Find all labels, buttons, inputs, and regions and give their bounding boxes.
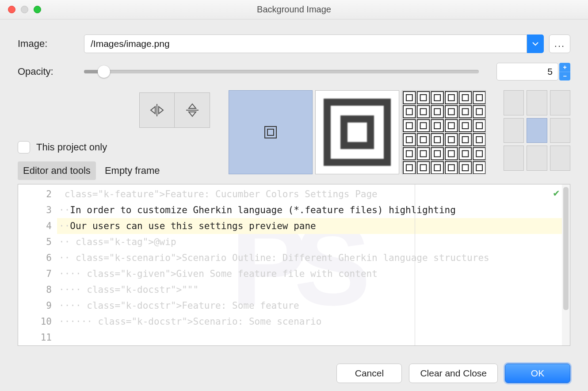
svg-rect-5 xyxy=(344,119,370,146)
window-title: Background Image xyxy=(0,4,588,15)
cancel-button[interactable]: Cancel xyxy=(336,364,402,383)
svg-rect-1 xyxy=(186,110,199,111)
flip-horizontal-button[interactable] xyxy=(139,92,175,128)
project-only-checkbox[interactable] xyxy=(18,141,30,153)
svg-rect-0 xyxy=(157,104,157,116)
browse-button[interactable]: ... xyxy=(549,34,570,53)
anchor-center[interactable] xyxy=(527,118,547,143)
mirror-buttons xyxy=(139,92,210,128)
anchor-grid xyxy=(504,90,570,171)
anchor-top[interactable] xyxy=(527,90,547,115)
ellipsis-icon: ... xyxy=(554,38,565,50)
flip-horizontal-icon xyxy=(149,102,165,118)
tile-icon xyxy=(402,90,485,174)
tab-editor-and-tools[interactable]: Editor and tools xyxy=(18,161,96,180)
options-left: This project only Editor and tools Empty… xyxy=(18,90,210,180)
anchor-left[interactable] xyxy=(504,118,524,143)
project-only-label: This project only xyxy=(36,142,107,153)
image-path-text: /Images/image.png xyxy=(91,38,170,49)
slider-thumb[interactable] xyxy=(98,65,110,78)
zoom-window-icon[interactable] xyxy=(34,6,41,13)
opacity-row: Opacity: + − xyxy=(18,63,570,80)
window-controls xyxy=(8,6,41,13)
scope-tabs: Editor and tools Empty frame xyxy=(18,161,210,180)
stepper-up[interactable]: + xyxy=(559,63,570,72)
scrollbar-thumb[interactable] xyxy=(563,187,569,310)
dialog-body: Image: /Images/image.png ... Opacity: + … xyxy=(0,19,588,391)
svg-rect-2 xyxy=(265,126,276,138)
opacity-slider[interactable] xyxy=(84,70,479,73)
anchor-top-right[interactable] xyxy=(550,90,570,115)
clear-and-close-button[interactable]: Clear and Close xyxy=(409,364,498,383)
editor-preview: PS ✔ 234567891011 class="k-feature">Feat… xyxy=(18,184,570,346)
svg-rect-4 xyxy=(327,102,387,162)
flip-vertical-button[interactable] xyxy=(175,92,210,128)
ok-button[interactable]: OK xyxy=(505,364,570,383)
image-path-dropdown[interactable] xyxy=(527,34,544,53)
image-path-field[interactable]: /Images/image.png xyxy=(84,34,527,53)
scale-icon xyxy=(322,97,393,168)
square-icon xyxy=(264,126,277,138)
tab-empty-frame[interactable]: Empty frame xyxy=(99,161,165,180)
editor-content: 234567891011 class="k-feature">Feature: … xyxy=(18,184,570,345)
image-row: Image: /Images/image.png ... xyxy=(18,34,570,53)
scrollbar[interactable] xyxy=(562,184,570,345)
chevron-down-icon xyxy=(532,40,539,47)
anchor-bottom-right[interactable] xyxy=(550,146,570,171)
svg-rect-8 xyxy=(402,91,485,174)
fill-modes xyxy=(229,90,486,174)
fill-mode-plain[interactable] xyxy=(229,90,313,174)
opacity-input[interactable] xyxy=(496,63,558,80)
project-only-row: This project only xyxy=(18,141,210,153)
titlebar: Background Image xyxy=(0,0,588,19)
fill-mode-tile[interactable] xyxy=(402,90,486,174)
anchor-right[interactable] xyxy=(550,118,570,143)
anchor-top-left[interactable] xyxy=(504,90,524,115)
button-bar: Cancel Clear and Close OK xyxy=(336,364,570,383)
anchor-bottom[interactable] xyxy=(527,146,547,171)
close-window-icon[interactable] xyxy=(8,6,15,13)
fill-mode-scale[interactable] xyxy=(315,90,399,174)
minimize-window-icon[interactable] xyxy=(21,6,28,13)
flip-vertical-icon xyxy=(184,102,200,118)
anchor-bottom-left[interactable] xyxy=(504,146,524,171)
line-gutter: 234567891011 xyxy=(18,184,57,345)
image-label: Image: xyxy=(18,38,84,50)
options-row: This project only Editor and tools Empty… xyxy=(18,90,570,179)
svg-rect-3 xyxy=(267,129,274,135)
opacity-stepper: + − xyxy=(559,63,570,80)
stepper-down[interactable]: − xyxy=(559,72,570,81)
opacity-label: Opacity: xyxy=(18,66,84,77)
code-area[interactable]: class="k-feature">Feature: Cucumber Colo… xyxy=(57,184,562,345)
